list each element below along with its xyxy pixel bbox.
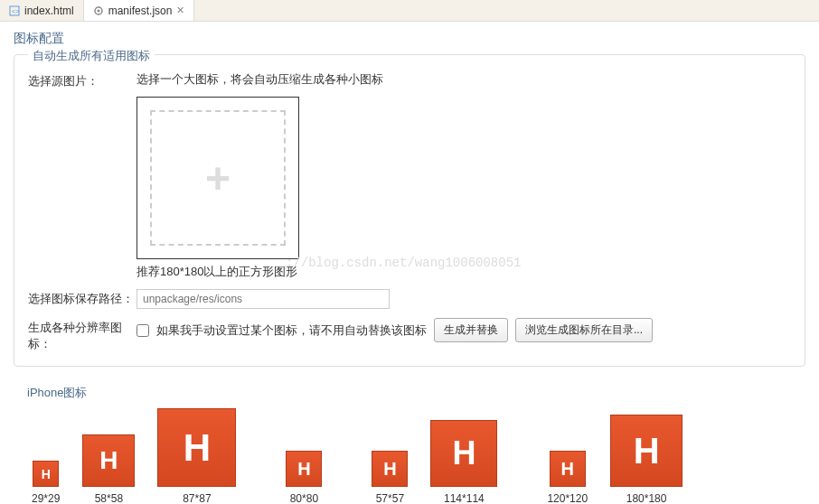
html-file-icon: <> [9, 5, 20, 16]
select-source-label: 选择源图片： [28, 71, 136, 89]
app-icon: H [33, 461, 59, 487]
icon-item-180[interactable]: H 180*180 [610, 415, 682, 504]
tab-label: index.html [24, 5, 74, 17]
image-size-hint: 推荐180*180以上的正方形图形 [136, 264, 791, 280]
app-icon: H [286, 451, 322, 487]
tab-label: manifest.json [108, 5, 173, 17]
section-title: 自动生成所有适用图标 [28, 48, 155, 64]
main-content: 图标配置 自动生成所有适用图标 选择源图片： 选择一个大图标，将会自动压缩生成各… [0, 22, 819, 504]
app-icon: H [372, 451, 408, 487]
app-icon: H [430, 420, 497, 487]
save-path-label: 选择图标保存路径： [28, 289, 136, 307]
icon-item-58[interactable]: H 58*58 [82, 434, 135, 504]
icon-size-label: 180*180 [626, 492, 667, 504]
json-file-icon [93, 5, 104, 16]
save-path-input[interactable] [136, 289, 390, 309]
select-source-hint: 选择一个大图标，将会自动压缩生成各种小图标 [136, 71, 791, 88]
iphone-icons-section: iPhone图标 H 29*29 H 58*58 H 87*87 H 80*80… [14, 385, 805, 504]
svg-text:<>: <> [12, 8, 19, 14]
auto-generate-section: 自动生成所有适用图标 选择源图片： 选择一个大图标，将会自动压缩生成各种小图标 … [14, 54, 805, 367]
no-replace-checkbox[interactable] [136, 324, 149, 337]
browse-button[interactable]: 浏览生成图标所在目录... [515, 318, 653, 342]
icon-size-label: 58*58 [95, 492, 123, 504]
icon-size-label: 57*57 [376, 492, 404, 504]
app-icon: H [82, 434, 135, 487]
tab-manifest-json[interactable]: manifest.json ✕ [84, 0, 195, 21]
icon-item-87[interactable]: H 87*87 [157, 408, 236, 504]
close-icon[interactable]: ✕ [176, 5, 184, 16]
icon-item-120[interactable]: H 120*120 [547, 451, 588, 504]
app-icon: H [550, 451, 586, 487]
icon-grid: H 29*29 H 58*58 H 87*87 H 80*80 H 57*57 … [27, 408, 792, 504]
tab-index-html[interactable]: <> index.html [0, 0, 84, 21]
icon-size-label: 114*114 [444, 492, 485, 504]
image-drop-zone[interactable]: + [136, 97, 299, 259]
icon-size-label: 80*80 [290, 492, 318, 504]
app-icon: H [610, 415, 682, 487]
page-title: 图标配置 [14, 31, 805, 47]
app-icon: H [157, 408, 236, 487]
svg-point-3 [97, 9, 99, 12]
icon-item-29[interactable]: H 29*29 [32, 461, 60, 504]
icon-item-114[interactable]: H 114*114 [430, 420, 497, 504]
checkbox-label: 如果我手动设置过某个图标，请不用自动替换该图标 [156, 322, 427, 339]
generate-label: 生成各种分辨率图标： [28, 318, 136, 352]
icon-item-57[interactable]: H 57*57 [372, 451, 408, 504]
icon-item-80[interactable]: H 80*80 [286, 451, 322, 504]
tab-bar: <> index.html manifest.json ✕ [0, 0, 819, 22]
iphone-section-title: iPhone图标 [27, 385, 792, 401]
plus-icon: + [205, 154, 231, 203]
icon-size-label: 120*120 [547, 492, 588, 504]
image-drop-inner: + [150, 110, 286, 246]
generate-button[interactable]: 生成并替换 [434, 318, 508, 342]
icon-size-label: 87*87 [183, 492, 211, 504]
icon-size-label: 29*29 [32, 492, 60, 504]
